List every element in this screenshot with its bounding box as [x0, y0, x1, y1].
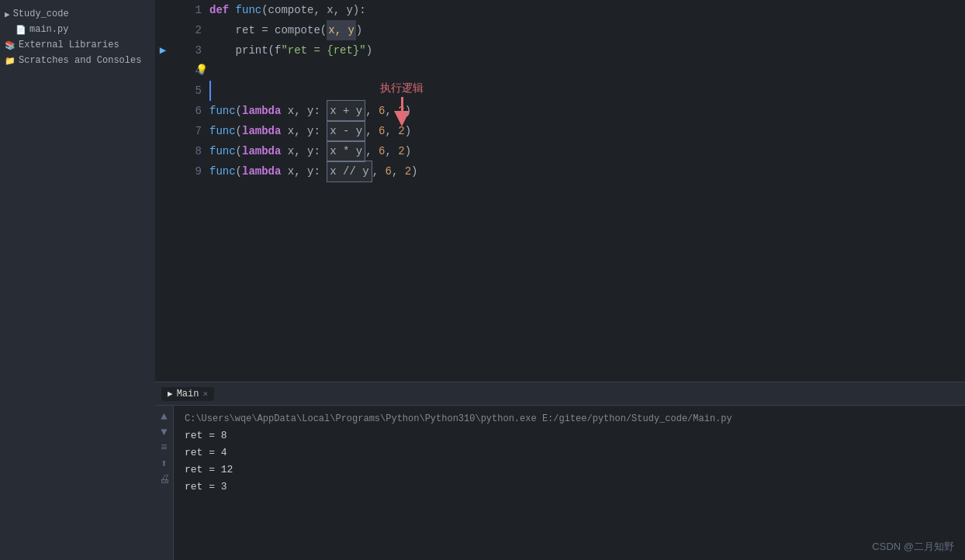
plain-6e: ): [405, 101, 411, 121]
watermark: CSDN @二月知野: [872, 540, 954, 554]
gutter-3: ▶: [155, 40, 171, 60]
line-numbers: 1 2 3 4 5 6 7 8 9: [171, 0, 209, 382]
sidebar-item-label: Study_code: [13, 9, 69, 19]
lightbulb-icon[interactable]: 💡: [195, 60, 208, 81]
sidebar-item-scratches-consoles[interactable]: 📁 Scratches and Consoles: [0, 53, 155, 68]
code-line-7: func(lambda x, y: x - y, 6, 2): [209, 121, 965, 141]
editor-wrapper: ▶ 1 2 3 4 5 6 7 8 9: [155, 0, 965, 382]
box-highlight-8: x * y: [327, 140, 365, 162]
sidebar-item-study-code[interactable]: ▶ Study_code: [0, 6, 155, 22]
code-plain-3b: ): [366, 40, 372, 60]
code-plain-3: print(f: [209, 40, 281, 60]
plain-9c: ,: [372, 161, 386, 181]
gutter-2: [155, 20, 171, 40]
terminal-area: ▶ Main ✕ ▲ ▼ ≡ ⬆ 🖨 C:\Users\wqe\AppData\…: [155, 382, 965, 560]
num-6-1: 6: [379, 101, 385, 121]
run-icon: ▶: [168, 389, 173, 399]
expr-6: x + y: [330, 105, 362, 117]
plain-8d: ,: [385, 141, 398, 161]
code-line-5: [209, 81, 965, 101]
sidebar: ▶ Study_code 📄 main.py 📚 External Librar…: [0, 0, 155, 560]
plain-9d: ,: [392, 161, 405, 181]
tab-close-button[interactable]: ✕: [202, 389, 208, 399]
terminal-body: ▲ ▼ ≡ ⬆ 🖨 C:\Users\wqe\AppData\Local\Pro…: [155, 406, 965, 560]
expr-7: x - y: [330, 125, 362, 137]
sidebar-item-external-libraries[interactable]: 📚 External Libraries: [0, 37, 155, 53]
terminal-toolbar: ▲ ▼ ≡ ⬆ 🖨: [155, 406, 174, 560]
line-num-9: 9: [195, 161, 202, 181]
print-button[interactable]: 🖨: [159, 473, 170, 486]
output-line-3: ret = 12: [185, 461, 954, 479]
keyword-def: def: [209, 0, 236, 20]
output-line-2: ret = 4: [185, 444, 954, 461]
gutter: ▶: [155, 0, 171, 382]
gutter-8: [155, 141, 171, 161]
sidebar-item-label: Scratches and Consoles: [19, 55, 141, 66]
str-ret: "ret = {ret}": [281, 40, 365, 60]
line-num-2: 2: [195, 20, 202, 40]
code-line-9: func(lambda x, y: x // y, 6, 2): [209, 161, 965, 181]
file-icon: 📄: [16, 25, 26, 35]
cursor-indicator: [211, 81, 217, 101]
num-8-1: 6: [379, 141, 385, 161]
num-7-1: 6: [379, 121, 385, 141]
plain-7b: x, y:: [288, 121, 327, 141]
plain-7a: (: [236, 121, 242, 141]
fn-func-8: func: [209, 141, 236, 161]
plain-6c: ,: [365, 101, 379, 121]
kw-lambda-6: lambda: [242, 101, 288, 121]
terminal-command: C:\Users\wqe\AppData\Local\Programs\Pyth…: [185, 410, 954, 427]
plain-7d: ,: [385, 121, 398, 141]
code-plain-1: (compote, x, y):: [261, 0, 365, 20]
plain-8b: x, y:: [288, 141, 327, 161]
code-plain-2: ret = compote(: [209, 20, 327, 40]
wrap-button[interactable]: ≡: [161, 441, 167, 454]
plain-6b: x, y:: [288, 101, 327, 121]
fn-func-6: func: [209, 101, 236, 121]
gutter-6: [155, 101, 171, 121]
editor-area: ▶ 1 2 3 4 5 6 7 8 9: [155, 0, 965, 382]
line-num-7: 7: [195, 121, 202, 141]
sidebar-item-label: External Libraries: [19, 40, 119, 50]
terminal-tab-main[interactable]: ▶ Main ✕: [161, 387, 214, 401]
plain-6a: (: [236, 101, 242, 121]
code-content[interactable]: def func(compote, x, y): ret = compote(x…: [209, 0, 965, 382]
pin-button[interactable]: ⬆: [161, 457, 167, 470]
main-area: ▶ 1 2 3 4 5 6 7 8 9: [155, 0, 965, 560]
num-9-2: 2: [405, 161, 411, 181]
highlighted-xy: x, y: [327, 20, 356, 40]
code-line-1: def func(compote, x, y):: [209, 0, 965, 20]
plain-8e: ): [405, 141, 411, 161]
gutter-7: [155, 121, 171, 141]
code-line-2: ret = compote(x, y): [209, 20, 965, 40]
num-8-2: 2: [398, 141, 404, 161]
kw-lambda-7: lambda: [242, 121, 288, 141]
expr-8: x * y: [330, 145, 362, 157]
terminal-tabs: ▶ Main ✕: [155, 382, 965, 406]
line-num-5: 5: [195, 81, 202, 101]
code-line-6: func(lambda x, y: x + y, 6, 2): [209, 101, 965, 121]
output-line-4: ret = 3: [185, 479, 954, 496]
gutter-4: [155, 60, 171, 81]
line-num-8: 8: [195, 141, 202, 161]
kw-lambda-9: lambda: [242, 161, 288, 181]
num-9-1: 6: [385, 161, 391, 181]
num-6-2: 2: [398, 101, 404, 121]
scroll-up-button[interactable]: ▲: [161, 410, 167, 423]
code-plain-2b: ): [356, 20, 362, 40]
gutter-5: [155, 81, 171, 101]
gutter-1: [155, 0, 171, 20]
plain-7c: ,: [365, 121, 379, 141]
fn-func-9: func: [209, 161, 236, 181]
library-icon: 📚: [5, 40, 16, 50]
scroll-down-button[interactable]: ▼: [161, 426, 167, 438]
folder-icon: ▶: [5, 9, 10, 19]
sidebar-item-label: main.py: [29, 24, 68, 35]
box-highlight-9: x // y: [327, 161, 372, 182]
gutter-9: [155, 161, 171, 181]
plain-7e: ): [405, 121, 411, 141]
func-name: func: [236, 0, 262, 20]
code-line-8: func(lambda x, y: x * y, 6, 2): [209, 141, 965, 161]
code-line-4: 💡: [209, 60, 965, 81]
sidebar-item-main-py[interactable]: 📄 main.py: [0, 22, 155, 37]
